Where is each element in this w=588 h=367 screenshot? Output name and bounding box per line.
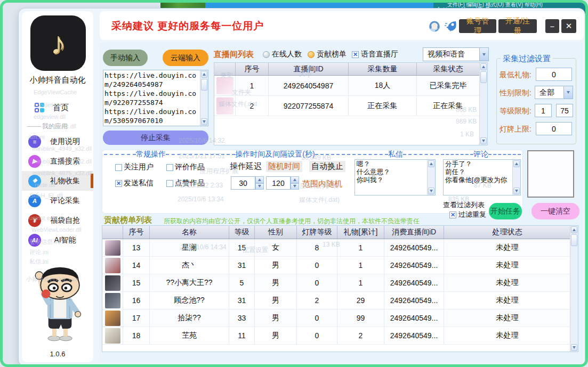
cell-gift-total: 1: [337, 257, 384, 274]
manual-input-button[interactable]: 手动输入: [103, 50, 148, 66]
scrollbar-thumb[interactable]: [480, 71, 487, 83]
table-row[interactable]: 1 249264054987 18人 已采集完毕: [214, 76, 479, 96]
sidebar-item-icon: ▶: [28, 155, 41, 168]
level-max-input[interactable]: 75: [556, 104, 573, 117]
table-row[interactable]: 15 ??小离大王?? 5 男 0 1 2492640549... 未处理: [102, 274, 570, 292]
table-row[interactable]: 13 星澜 15 女 8 1 2492640549... 未处理: [102, 239, 570, 257]
sidebar-item[interactable]: ▶ 直播搜索: [22, 151, 93, 171]
cell-name: 星澜: [150, 239, 229, 257]
random-time-label[interactable]: 随机时间: [266, 161, 302, 172]
table-row[interactable]: 18 芏苑 11 男 0 2 2492640549... 未处理: [102, 327, 570, 345]
comment-textarea[interactable]: 分手了？ 前任？ 你看像他[@更改为你: [443, 159, 521, 195]
sidebar-item-home[interactable]: 首页: [22, 100, 93, 116]
sidebar-item-icon: ≡: [28, 135, 41, 148]
table-row[interactable]: 16 顾念池?? 31 男 2 29 2492640549... 未处理: [102, 292, 570, 309]
close-button[interactable]: ✕: [561, 19, 576, 33]
rank-table-header: 序号 名称 等级 性别 灯牌等级 礼物[累计] 消费直播间iD 处理状态: [102, 226, 570, 239]
home-label: 首页: [53, 103, 69, 113]
dm-scrollbar[interactable]: [427, 160, 435, 195]
scroll-down-icon[interactable]: [513, 187, 520, 194]
voice-room-checkbox[interactable]: ✕ 语音直播厅: [352, 50, 398, 59]
comment-scrollbar[interactable]: [512, 160, 520, 195]
scroll-down-icon[interactable]: [201, 118, 207, 125]
sidebar-item[interactable]: ❖ 礼物收集: [22, 171, 93, 191]
scroll-down-icon[interactable]: [428, 187, 434, 194]
rate-work-checkbox[interactable]: 评价作品: [166, 162, 205, 172]
delay-min-stepper[interactable]: 30: [231, 176, 264, 190]
sidebar-item[interactable]: AI AI智能: [22, 230, 93, 250]
scroll-down-icon[interactable]: [480, 137, 487, 144]
radio-selected-icon[interactable]: [308, 51, 315, 58]
mode-select-value: 视频和语音: [423, 50, 479, 59]
checkbox-checked-icon[interactable]: ✕: [449, 211, 456, 218]
scroll-up-icon[interactable]: [428, 160, 434, 167]
customer-service-icon[interactable]: [428, 19, 441, 33]
account-manage-button[interactable]: 账号管理: [459, 19, 496, 33]
app-title: 小帅抖音自动化: [22, 75, 93, 85]
cell-room-id: 2492640549...: [384, 327, 444, 345]
rocket-icon[interactable]: [444, 19, 458, 33]
rank-list-radio[interactable]: 贡献榜单: [308, 50, 347, 59]
delay-max-value[interactable]: 120: [266, 176, 291, 190]
radio-icon[interactable]: [263, 51, 270, 58]
mode-select[interactable]: 视频和语音: [423, 47, 489, 61]
comment-group-title: 评论: [441, 150, 521, 159]
scroll-up-icon[interactable]: [571, 226, 577, 233]
sidebar-item[interactable]: ≡ 使用说明: [22, 132, 93, 151]
room-url-textarea[interactable]: https://live.douyin.com/249264054987 htt…: [103, 70, 208, 126]
spin-up-icon[interactable]: [255, 176, 264, 183]
active-indicator: [91, 174, 93, 188]
scrollbar-thumb[interactable]: [201, 79, 207, 91]
sidebar-item[interactable]: A 评论采集: [22, 191, 93, 210]
announcement-text: 采纳建议 更好的服务每一位用户: [111, 19, 264, 33]
like-work-checkbox[interactable]: 点赞作品: [166, 178, 205, 188]
sidebar-item-label: 礼物收集: [41, 176, 89, 186]
level-min-input[interactable]: 1: [535, 104, 552, 117]
textarea-scrollbar[interactable]: [200, 70, 208, 126]
dm-textarea[interactable]: 嗯？ 什么意思？ 你叫我？: [355, 159, 436, 195]
clear-all-button[interactable]: 一键清空: [531, 203, 579, 219]
delay-max-stepper[interactable]: 120: [266, 176, 299, 190]
checkbox-icon[interactable]: [115, 164, 122, 171]
spin-up-icon[interactable]: [291, 176, 299, 183]
online-count-radio[interactable]: 在线人数: [263, 50, 302, 59]
chevron-down-icon[interactable]: [563, 86, 573, 99]
send-dm-checkbox[interactable]: ✕ 发送私信: [115, 178, 154, 188]
auto-switch-label[interactable]: 自动换止: [309, 161, 345, 172]
cell-room-id: 922077255874: [269, 96, 349, 116]
scroll-up-icon[interactable]: [480, 63, 487, 70]
scroll-up-icon[interactable]: [513, 160, 520, 167]
checkbox-icon[interactable]: [166, 180, 173, 187]
register-button[interactable]: 开通/注册: [498, 19, 537, 33]
scroll-up-icon[interactable]: [201, 71, 207, 78]
cloud-input-button[interactable]: 云端输入: [163, 50, 208, 66]
checkbox-icon[interactable]: [166, 164, 173, 171]
min-gift-input[interactable]: 0: [536, 68, 572, 81]
checkbox-checked-icon[interactable]: ✕: [352, 51, 359, 58]
level-label: 等级限制:: [500, 107, 531, 116]
spin-down-icon[interactable]: [255, 183, 264, 190]
start-task-button[interactable]: 开始任务: [489, 203, 522, 219]
delay-min-value[interactable]: 30: [231, 176, 255, 190]
sidebar-item-icon: AI: [28, 234, 41, 247]
checkbox-checked-icon[interactable]: ✕: [115, 180, 122, 187]
lamp-input[interactable]: 0: [536, 122, 572, 135]
chevron-down-icon[interactable]: [479, 48, 488, 61]
table-row[interactable]: 17 拾柒?? 33 男 0 99 2492640549... 未处理: [102, 309, 570, 327]
sidebar-item[interactable]: ¥ 福袋自抢: [22, 210, 93, 230]
follow-user-checkbox[interactable]: 关注用户: [115, 162, 154, 172]
stop-collect-button[interactable]: 停止采集: [103, 131, 208, 145]
table-row[interactable]: 14 杰丶 31 男 0 1 2492640549... 未处理: [102, 257, 570, 274]
gender-select[interactable]: 全部: [535, 86, 573, 99]
dup-filter-checkbox[interactable]: ✕ 过滤重复: [449, 210, 486, 219]
range-random-label: 范围内随机: [300, 178, 344, 190]
view-filter-link[interactable]: 查看过滤列表: [443, 200, 485, 210]
room-table-scrollbar[interactable]: [479, 63, 487, 145]
table-row[interactable]: 2 922077255874 正在采集 正在采集: [214, 96, 479, 116]
scroll-down-icon[interactable]: [571, 344, 577, 351]
spin-down-icon[interactable]: [291, 183, 299, 190]
scrollbar-thumb[interactable]: [571, 234, 577, 246]
minimize-button[interactable]: −: [545, 19, 559, 33]
rank-table-scrollbar[interactable]: [570, 226, 578, 352]
voice-room-label: 语音直播厅: [361, 50, 398, 59]
